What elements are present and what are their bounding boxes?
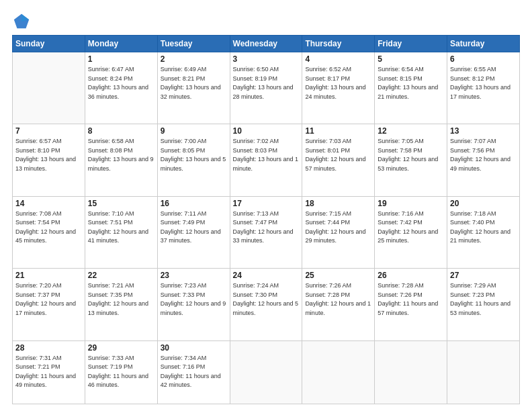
day-number: 4 [305,54,371,64]
calendar-cell: 21Sunrise: 7:20 AMSunset: 7:37 PMDayligh… [13,269,85,340]
day-number: 13 [450,126,517,136]
calendar-cell: 16Sunrise: 7:11 AMSunset: 7:49 PMDayligh… [157,196,230,268]
calendar-week-row: 1Sunrise: 6:47 AMSunset: 8:24 PMDaylight… [13,52,520,124]
day-number: 11 [305,126,371,136]
header [12,12,520,31]
day-number: 18 [305,199,371,208]
day-number: 14 [15,199,82,208]
calendar-cell: 26Sunrise: 7:28 AMSunset: 7:26 PMDayligh… [375,269,447,340]
calendar-cell: 28Sunrise: 7:31 AMSunset: 7:21 PMDayligh… [13,340,85,404]
day-info: Sunrise: 7:11 AMSunset: 7:49 PMDaylight:… [161,210,227,246]
calendar-cell: 5Sunrise: 6:54 AMSunset: 8:15 PMDaylight… [375,52,447,124]
day-info: Sunrise: 6:49 AMSunset: 8:21 PMDaylight:… [161,65,227,101]
day-header-thursday: Thursday [302,36,375,52]
day-number: 21 [15,271,82,280]
day-number: 25 [305,271,371,280]
calendar-week-row: 14Sunrise: 7:08 AMSunset: 7:54 PMDayligh… [13,196,520,268]
day-info: Sunrise: 6:52 AMSunset: 8:17 PMDaylight:… [305,65,371,101]
day-number: 24 [233,271,300,280]
calendar-cell: 6Sunrise: 6:55 AMSunset: 8:12 PMDaylight… [447,52,520,124]
calendar-page: SundayMondayTuesdayWednesdayThursdayFrid… [0,0,532,411]
calendar-cell: 25Sunrise: 7:26 AMSunset: 7:28 PMDayligh… [302,269,375,340]
logo-icon [12,12,31,31]
day-info: Sunrise: 7:02 AMSunset: 8:03 PMDaylight:… [233,137,300,173]
day-info: Sunrise: 6:50 AMSunset: 8:19 PMDaylight:… [233,65,300,101]
day-number: 29 [88,343,154,353]
calendar-cell: 7Sunrise: 6:57 AMSunset: 8:10 PMDaylight… [13,124,85,196]
day-info: Sunrise: 7:24 AMSunset: 7:30 PMDaylight:… [233,281,300,318]
calendar-cell: 19Sunrise: 7:16 AMSunset: 7:42 PMDayligh… [375,196,447,268]
day-info: Sunrise: 7:29 AMSunset: 7:23 PMDaylight:… [450,281,517,318]
day-number: 16 [161,199,227,208]
day-number: 6 [450,54,517,64]
day-info: Sunrise: 7:16 AMSunset: 7:42 PMDaylight:… [378,210,444,246]
day-number: 26 [378,271,444,280]
day-number: 2 [161,54,227,64]
day-info: Sunrise: 7:07 AMSunset: 7:56 PMDaylight:… [450,137,517,173]
day-number: 10 [233,126,300,136]
day-info: Sunrise: 7:21 AMSunset: 7:35 PMDaylight:… [88,281,154,318]
calendar-cell: 4Sunrise: 6:52 AMSunset: 8:17 PMDaylight… [302,52,375,124]
day-header-monday: Monday [85,36,157,52]
day-header-sunday: Sunday [13,36,85,52]
day-info: Sunrise: 7:08 AMSunset: 7:54 PMDaylight:… [15,210,82,246]
calendar-cell: 11Sunrise: 7:03 AMSunset: 8:01 PMDayligh… [302,124,375,196]
day-header-saturday: Saturday [447,36,520,52]
calendar-cell: 3Sunrise: 6:50 AMSunset: 8:19 PMDaylight… [230,52,302,124]
logo [12,12,34,31]
calendar-cell: 30Sunrise: 7:34 AMSunset: 7:16 PMDayligh… [157,340,230,404]
calendar-cell: 23Sunrise: 7:23 AMSunset: 7:33 PMDayligh… [157,269,230,340]
calendar-cell: 27Sunrise: 7:29 AMSunset: 7:23 PMDayligh… [447,269,520,340]
calendar-cell [447,340,520,404]
day-header-tuesday: Tuesday [157,36,230,52]
calendar-cell [230,340,302,404]
calendar-cell: 24Sunrise: 7:24 AMSunset: 7:30 PMDayligh… [230,269,302,340]
day-number: 12 [378,126,444,136]
calendar-cell: 22Sunrise: 7:21 AMSunset: 7:35 PMDayligh… [85,269,157,340]
day-number: 19 [378,199,444,208]
calendar-cell: 18Sunrise: 7:15 AMSunset: 7:44 PMDayligh… [302,196,375,268]
day-info: Sunrise: 6:54 AMSunset: 8:15 PMDaylight:… [378,65,444,101]
calendar-cell: 2Sunrise: 6:49 AMSunset: 8:21 PMDaylight… [157,52,230,124]
calendar-cell [13,52,85,124]
day-number: 22 [88,271,154,280]
calendar-cell: 8Sunrise: 6:58 AMSunset: 8:08 PMDaylight… [85,124,157,196]
calendar-cell [375,340,447,404]
day-info: Sunrise: 7:20 AMSunset: 7:37 PMDaylight:… [15,281,82,318]
day-number: 3 [233,54,300,64]
calendar-cell: 14Sunrise: 7:08 AMSunset: 7:54 PMDayligh… [13,196,85,268]
day-number: 15 [88,199,154,208]
calendar-cell: 1Sunrise: 6:47 AMSunset: 8:24 PMDaylight… [85,52,157,124]
calendar-week-row: 7Sunrise: 6:57 AMSunset: 8:10 PMDaylight… [13,124,520,196]
calendar-week-row: 21Sunrise: 7:20 AMSunset: 7:37 PMDayligh… [13,269,520,340]
calendar-cell: 12Sunrise: 7:05 AMSunset: 7:58 PMDayligh… [375,124,447,196]
day-info: Sunrise: 7:33 AMSunset: 7:19 PMDaylight:… [88,354,154,390]
day-info: Sunrise: 7:15 AMSunset: 7:44 PMDaylight:… [305,210,371,246]
day-info: Sunrise: 7:00 AMSunset: 8:05 PMDaylight:… [161,137,227,173]
day-info: Sunrise: 7:23 AMSunset: 7:33 PMDaylight:… [161,281,227,318]
day-number: 9 [161,126,227,136]
day-number: 27 [450,271,517,280]
calendar-table: SundayMondayTuesdayWednesdayThursdayFrid… [12,35,520,404]
day-info: Sunrise: 7:31 AMSunset: 7:21 PMDaylight:… [15,354,82,390]
calendar-cell: 20Sunrise: 7:18 AMSunset: 7:40 PMDayligh… [447,196,520,268]
calendar-cell: 13Sunrise: 7:07 AMSunset: 7:56 PMDayligh… [447,124,520,196]
day-info: Sunrise: 7:03 AMSunset: 8:01 PMDaylight:… [305,137,371,173]
calendar-cell: 17Sunrise: 7:13 AMSunset: 7:47 PMDayligh… [230,196,302,268]
calendar-cell: 10Sunrise: 7:02 AMSunset: 8:03 PMDayligh… [230,124,302,196]
day-info: Sunrise: 7:28 AMSunset: 7:26 PMDaylight:… [378,281,444,318]
day-info: Sunrise: 7:10 AMSunset: 7:51 PMDaylight:… [88,210,154,246]
day-number: 28 [15,343,82,353]
calendar-header-row: SundayMondayTuesdayWednesdayThursdayFrid… [13,36,520,52]
day-number: 8 [88,126,154,136]
day-header-wednesday: Wednesday [230,36,302,52]
day-info: Sunrise: 7:18 AMSunset: 7:40 PMDaylight:… [450,210,517,246]
day-number: 30 [161,343,227,353]
day-info: Sunrise: 6:57 AMSunset: 8:10 PMDaylight:… [15,137,82,173]
day-info: Sunrise: 7:26 AMSunset: 7:28 PMDaylight:… [305,281,371,318]
calendar-cell: 29Sunrise: 7:33 AMSunset: 7:19 PMDayligh… [85,340,157,404]
day-info: Sunrise: 6:58 AMSunset: 8:08 PMDaylight:… [88,137,154,173]
day-number: 23 [161,271,227,280]
calendar-cell [302,340,375,404]
day-header-friday: Friday [375,36,447,52]
